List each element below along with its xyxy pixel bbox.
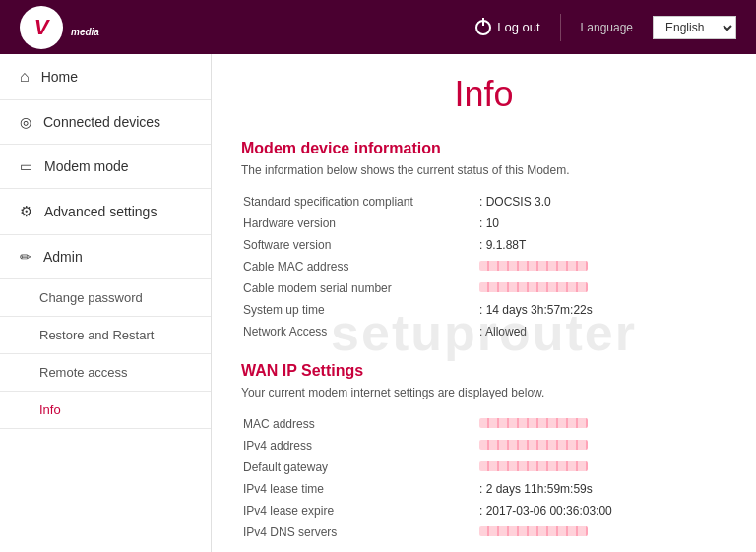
field-value [477,277,726,299]
admin-icon [20,249,32,265]
field-label: Standard specification compliant [241,191,477,213]
table-row: Hardware version : 10 [241,213,726,234]
field-label: Hardware version [241,213,477,234]
sidebar-item-modem-mode[interactable]: Modem mode [0,145,211,189]
table-row: IPv4 address [241,435,726,457]
field-label: IPv4 DNS servers [241,521,477,543]
language-label: Language [581,21,633,34]
modem-info-table: Standard specification compliant : DOCSI… [241,191,726,342]
redacted-value [479,282,588,292]
wan-section-desc: Your current modem internet settings are… [241,386,726,399]
field-label: IPv4 lease time [241,478,477,500]
wan-info-table: MAC address IPv4 address Default gateway… [241,413,726,543]
sidebar-item-home[interactable]: Home [0,54,211,100]
field-label: MAC address [241,413,477,435]
table-row: Cable modem serial number [241,277,726,299]
field-value: : 2 days 11h:59m:59s [477,478,726,500]
sidebar-label-remote-access: Remote access [39,365,128,380]
table-row: Software version : 9.1.88T [241,234,726,256]
table-row: Standard specification compliant : DOCSI… [241,191,726,213]
table-row: IPv4 lease time : 2 days 11h:59m:59s [241,478,726,500]
logo: V media [20,6,99,49]
wan-section-title: WAN IP Settings [241,362,726,380]
sidebar-label-connected-devices: Connected devices [43,114,160,130]
field-value: : 9.1.88T [477,234,726,256]
header-divider [560,14,561,41]
field-label: Cable modem serial number [241,277,477,299]
sidebar-item-connected-devices[interactable]: Connected devices [0,100,211,145]
field-value [477,435,726,457]
sidebar: Home Connected devices Modem mode Advanc… [0,54,212,552]
sidebar-label-change-password: Change password [39,290,143,305]
logo-circle: V [20,6,63,49]
redacted-value [479,418,588,428]
field-value [477,256,726,277]
field-value [477,413,726,435]
logout-label: Log out [497,20,539,34]
redacted-value [479,526,588,536]
field-value: : Allowed [477,321,726,342]
logout-button[interactable]: Log out [475,20,539,35]
field-value [477,521,726,543]
table-row: System up time : 14 days 3h:57m:22s [241,299,726,321]
sidebar-item-advanced-settings[interactable]: Advanced settings [0,189,211,235]
sidebar-subitem-remote-access[interactable]: Remote access [0,354,211,392]
table-row: Network Access : Allowed [241,321,726,342]
logo-v-letter: V [34,17,49,38]
sidebar-label-admin: Admin [43,249,83,265]
sidebar-subitem-restore-restart[interactable]: Restore and Restart [0,317,211,354]
page-title: Info [241,54,726,130]
sidebar-item-admin[interactable]: Admin [0,235,211,279]
table-row: Default gateway [241,457,726,478]
redacted-value [479,461,588,471]
logout-icon [475,20,491,35]
main-layout: Home Connected devices Modem mode Advanc… [0,54,756,552]
field-value: : 2017-03-06 00:36:03:00 [477,500,726,521]
modem-section-title: Modem device information [241,140,726,157]
field-value: : 10 [477,213,726,234]
devices-icon [20,114,32,130]
field-value [477,457,726,478]
field-label: Network Access [241,321,477,342]
content-area: setuprouter Info Modem device informatio… [212,54,756,552]
redacted-value [479,261,588,271]
field-label: IPv4 lease expire [241,500,477,521]
home-icon [20,68,30,86]
field-value: : 14 days 3h:57m:22s [477,299,726,321]
field-label: Cable MAC address [241,256,477,277]
sidebar-subitem-change-password[interactable]: Change password [0,279,211,317]
table-row: MAC address [241,413,726,435]
logo-media-text: media [71,27,99,37]
sidebar-label-modem-mode: Modem mode [44,158,129,174]
field-label: Software version [241,234,477,256]
table-row: Cable MAC address [241,256,726,277]
field-label: Default gateway [241,457,477,478]
sidebar-label-restore-restart: Restore and Restart [39,328,154,342]
settings-icon [20,203,32,220]
modem-section-desc: The information below shows the current … [241,163,726,177]
header: V media Log out Language English Françai… [0,0,756,54]
table-row: IPv4 lease expire : 2017-03-06 00:36:03:… [241,500,726,521]
sidebar-label-home: Home [41,69,78,85]
header-right: Log out Language English Français [475,14,736,41]
sidebar-label-advanced-settings: Advanced settings [44,204,157,219]
sidebar-subitem-info[interactable]: Info [0,392,211,429]
table-row: IPv4 DNS servers [241,521,726,543]
field-label: IPv4 address [241,435,477,457]
language-select[interactable]: English Français [653,16,736,39]
field-value: : DOCSIS 3.0 [477,191,726,213]
field-label: System up time [241,299,477,321]
redacted-value [479,440,588,450]
modem-icon [20,158,32,174]
sidebar-label-info: Info [39,402,61,417]
